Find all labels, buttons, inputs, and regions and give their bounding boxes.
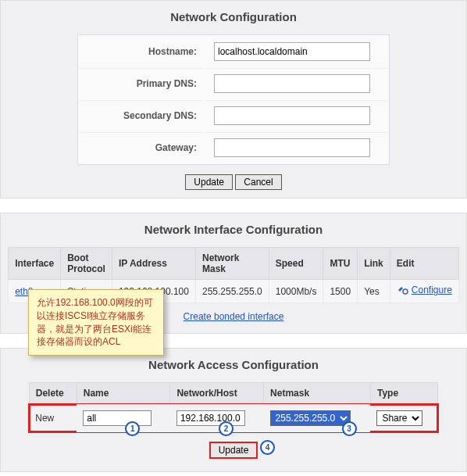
col-type: Type xyxy=(370,383,437,404)
secondary-dns-label: Secondary DNS: xyxy=(80,100,205,131)
mask-value: 255.255.255.0 xyxy=(195,280,269,303)
col-delete: Delete xyxy=(29,383,77,404)
svg-point-0 xyxy=(403,289,408,294)
col-interface: Interface xyxy=(9,248,61,280)
marker-4: 4 xyxy=(260,440,275,455)
marker-2: 2 xyxy=(219,421,234,436)
col-edit: Edit xyxy=(390,248,458,280)
col-speed: Speed xyxy=(269,248,323,280)
netmask-select[interactable]: 255.255.255.0 xyxy=(270,410,351,426)
configure-label: Configure xyxy=(412,285,452,295)
cancel-button[interactable]: Cancel xyxy=(235,174,281,190)
link-value: Yes xyxy=(358,280,390,303)
hostname-label: Hostname: xyxy=(80,37,205,66)
configure-link[interactable]: Configure xyxy=(397,285,452,295)
secondary-dns-input[interactable] xyxy=(214,106,370,125)
col-link: Link xyxy=(358,248,390,280)
access-row-new: New 1 2 255.255.255.0 3 Shar xyxy=(29,404,437,433)
tools-icon xyxy=(397,285,409,295)
create-bonded-link[interactable]: Create bonded interface xyxy=(184,311,284,322)
primary-dns-input[interactable] xyxy=(214,74,370,93)
network-config-section: Network Configuration Hostname: Primary … xyxy=(0,0,467,199)
col-name: Name xyxy=(77,383,170,404)
access-section: Network Access Configuration Delete Name… xyxy=(0,348,467,472)
nic-title: Network Interface Configuration xyxy=(1,213,466,247)
nethost-input[interactable] xyxy=(176,410,245,426)
row-status: New xyxy=(29,404,77,433)
hostname-input[interactable] xyxy=(214,42,370,61)
update-button[interactable]: Update xyxy=(185,174,233,190)
mtu-value: 1500 xyxy=(323,280,358,303)
type-select[interactable]: Share xyxy=(376,410,422,426)
marker-3: 3 xyxy=(342,421,357,436)
col-mask: Network Mask xyxy=(195,248,269,280)
col-mtu: MTU xyxy=(323,248,358,280)
access-table: Delete Name Network/Host Netmask Type Ne… xyxy=(29,382,438,432)
annotation-callout: 允许192.168.100.0网段的可以连接ISCSI独立存储服务器，就是为了两… xyxy=(28,289,164,356)
primary-dns-label: Primary DNS: xyxy=(80,68,205,98)
col-netmask: Netmask xyxy=(264,383,371,404)
name-input[interactable] xyxy=(83,410,152,426)
speed-value: 1000Mb/s xyxy=(269,280,323,303)
col-nethost: Network/Host xyxy=(170,383,264,404)
col-ip: IP Address xyxy=(112,248,195,280)
network-config-form: Hostname: Primary DNS: Secondary DNS: Ga… xyxy=(77,34,390,165)
gateway-input[interactable] xyxy=(214,138,370,157)
network-config-title: Network Configuration xyxy=(1,1,466,34)
access-update-button[interactable]: Update xyxy=(209,442,258,459)
gateway-label: Gateway: xyxy=(80,132,205,163)
col-boot: Boot Protocol xyxy=(61,248,112,280)
